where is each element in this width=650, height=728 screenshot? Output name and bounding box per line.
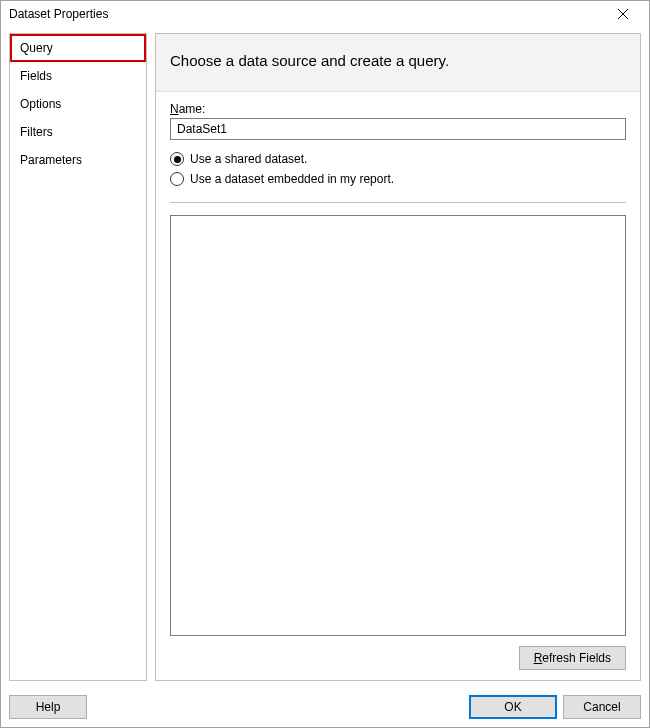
refresh-row: Refresh Fields: [170, 646, 626, 670]
sidebar: Query Fields Options Filters Parameters: [9, 33, 147, 681]
cancel-button[interactable]: Cancel: [563, 695, 641, 719]
sidebar-item-fields[interactable]: Fields: [10, 62, 146, 90]
footer-right: OK Cancel: [469, 695, 641, 719]
sidebar-item-label: Options: [20, 97, 61, 111]
content-area: Query Fields Options Filters Parameters …: [1, 27, 649, 687]
query-textarea[interactable]: [170, 215, 626, 636]
radio-icon: [170, 172, 184, 186]
sidebar-item-options[interactable]: Options: [10, 90, 146, 118]
dialog-title: Dataset Properties: [9, 7, 108, 21]
panel-body: Name: Use a shared dataset. Use a datase…: [156, 92, 640, 680]
refresh-fields-button[interactable]: Refresh Fields: [519, 646, 626, 670]
ok-button[interactable]: OK: [469, 695, 557, 719]
panel-heading: Choose a data source and create a query.: [170, 52, 449, 69]
help-button[interactable]: Help: [9, 695, 87, 719]
panel-header: Choose a data source and create a query.: [156, 34, 640, 92]
sidebar-item-query[interactable]: Query: [10, 34, 146, 62]
main-panel: Choose a data source and create a query.…: [155, 33, 641, 681]
sidebar-item-label: Fields: [20, 69, 52, 83]
sidebar-item-label: Filters: [20, 125, 53, 139]
name-input[interactable]: [170, 118, 626, 140]
titlebar: Dataset Properties: [1, 1, 649, 27]
dataset-properties-dialog: Dataset Properties Query Fields Options …: [0, 0, 650, 728]
footer-left: Help: [9, 695, 87, 719]
radio-embedded-dataset[interactable]: Use a dataset embedded in my report.: [170, 172, 626, 186]
radio-label: Use a dataset embedded in my report.: [190, 172, 394, 186]
divider: [170, 202, 626, 203]
radio-label: Use a shared dataset.: [190, 152, 307, 166]
radio-icon: [170, 152, 184, 166]
sidebar-item-parameters[interactable]: Parameters: [10, 146, 146, 174]
radio-shared-dataset[interactable]: Use a shared dataset.: [170, 152, 626, 166]
sidebar-item-label: Query: [20, 41, 53, 55]
name-label: Name:: [170, 102, 626, 116]
footer: Help OK Cancel: [1, 687, 649, 727]
sidebar-item-label: Parameters: [20, 153, 82, 167]
sidebar-item-filters[interactable]: Filters: [10, 118, 146, 146]
close-icon: [618, 9, 628, 19]
close-button[interactable]: [605, 4, 641, 24]
